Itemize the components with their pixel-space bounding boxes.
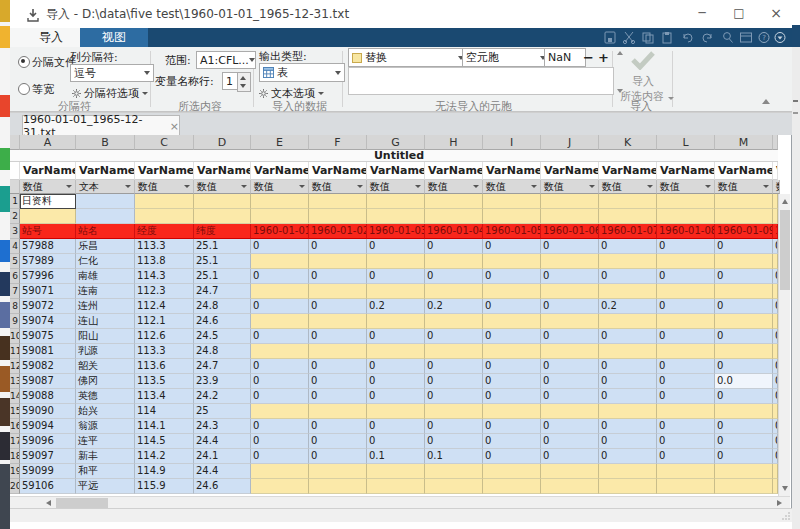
row-number[interactable]: 15 [10,404,20,419]
table-cell[interactable]: 0 [251,434,309,449]
table-cell[interactable]: 0 [251,359,309,374]
table-cell[interactable]: 113.6 [135,359,194,374]
table-cell[interactable]: 站号 [20,224,76,239]
varname-header[interactable]: VarName10 [541,162,599,180]
document-tab-close-icon[interactable]: × [170,120,179,133]
table-cell[interactable]: 24.7 [194,359,251,374]
type-dropdown[interactable]: 数值 [657,180,715,194]
table-cell[interactable]: 0 [309,389,367,404]
column-delimiter-dropdown[interactable]: 逗号 [70,64,154,82]
table-cell[interactable]: 24.5 [194,329,251,344]
table-cell[interactable]: 0 [483,419,541,434]
table-cell[interactable]: 0.2 [425,299,483,314]
row-number[interactable]: 4 [10,239,20,254]
row-number[interactable]: 14 [10,389,20,404]
table-cell[interactable]: 0 [541,434,599,449]
help-icon[interactable]: ? [757,31,771,44]
table-cell[interactable]: 0 [309,374,367,389]
column-letter-K[interactable]: K [599,135,657,150]
table-cell[interactable]: 仁化 [76,254,135,269]
varname-header[interactable]: VarName1 [20,162,76,180]
undo-icon[interactable] [681,31,695,44]
table-cell[interactable] [715,194,773,209]
table-cell[interactable] [425,464,483,479]
table-cell[interactable] [657,344,715,359]
table-cell[interactable] [194,209,251,224]
table-cell[interactable]: 114.1 [135,419,194,434]
table-cell[interactable] [541,464,599,479]
column-letter-L[interactable]: L [657,135,715,150]
table-cell[interactable] [715,464,773,479]
table-cell[interactable] [541,194,599,209]
table-cell[interactable]: 0 [425,374,483,389]
varname-header[interactable]: VarName7 [367,162,425,180]
row-number[interactable]: 1 [10,194,20,209]
table-cell[interactable]: 59094 [20,419,76,434]
table-cell[interactable] [367,404,425,419]
table-cell[interactable]: 0 [657,239,715,254]
table-cell[interactable]: 连山 [76,314,135,329]
paste-icon[interactable] [660,31,674,44]
table-cell[interactable] [541,344,599,359]
table-cell[interactable]: 0.2 [367,299,425,314]
table-cell[interactable]: 日资料 [20,194,76,209]
table-cell[interactable] [309,464,367,479]
table-cell[interactable]: 0 [599,374,657,389]
table-cell[interactable]: 25.1 [194,254,251,269]
table-cell[interactable]: 113.4 [135,389,194,404]
table-cell[interactable] [367,344,425,359]
vertical-scrollbar[interactable] [778,194,790,496]
table-cell[interactable] [715,404,773,419]
table-cell[interactable]: 0 [657,329,715,344]
table-cell[interactable]: 0 [425,389,483,404]
table-cell[interactable] [599,254,657,269]
column-letter-D[interactable]: D [194,135,251,150]
table-cell[interactable]: 1960-01-09 [715,224,773,239]
table-cell[interactable]: 1960-01-03 [367,224,425,239]
type-dropdown[interactable]: 文本 [76,180,135,194]
type-dropdown[interactable]: 数值 [715,180,773,194]
table-cell[interactable]: 25 [194,404,251,419]
table-cell[interactable]: 59074 [20,314,76,329]
table-cell[interactable]: 连平 [76,434,135,449]
table-cell[interactable]: 59071 [20,284,76,299]
table-cell[interactable]: 0 [715,449,773,464]
desktop-icon[interactable] [0,0,10,22]
table-cell[interactable] [251,404,309,419]
table-cell[interactable] [194,194,251,209]
table-cell[interactable]: 0 [657,419,715,434]
type-dropdown[interactable]: 数值 [20,180,76,194]
table-cell[interactable] [715,284,773,299]
row-number[interactable]: 3 [10,224,20,239]
desktop-icon[interactable] [0,366,10,392]
table-cell[interactable]: 0 [483,299,541,314]
column-letter-E[interactable]: E [251,135,309,150]
type-dropdown[interactable]: 数值 [425,180,483,194]
table-cell[interactable] [541,314,599,329]
table-cell[interactable]: 0 [715,434,773,449]
table-cell[interactable] [599,479,657,494]
minimize-button[interactable]: ─ [686,0,718,26]
table-cell[interactable]: 乳源 [76,344,135,359]
table-cell[interactable]: 115.9 [135,479,194,494]
table-cell[interactable] [657,464,715,479]
table-cell[interactable]: 0 [483,389,541,404]
table-cell[interactable]: 0 [541,374,599,389]
save-icon[interactable] [603,31,617,44]
row-number[interactable]: 5 [10,254,20,269]
table-cell[interactable]: 0 [657,269,715,284]
output-type-dropdown[interactable]: 表 [259,63,345,82]
table-cell[interactable]: 0 [541,239,599,254]
table-cell[interactable]: 0 [715,359,773,374]
varname-header[interactable]: VarName9 [483,162,541,180]
table-cell[interactable]: 114 [135,404,194,419]
table-cell[interactable]: 24.8 [194,344,251,359]
desktop-icon[interactable] [0,336,10,360]
column-letter-A[interactable]: A [20,135,76,150]
table-cell[interactable]: 阳山 [76,329,135,344]
desktop-icon[interactable] [0,26,10,48]
table-cell[interactable]: 纬度 [194,224,251,239]
table-cell[interactable] [367,314,425,329]
type-dropdown[interactable]: 数值 [194,180,251,194]
row-number[interactable]: 7 [10,284,20,299]
